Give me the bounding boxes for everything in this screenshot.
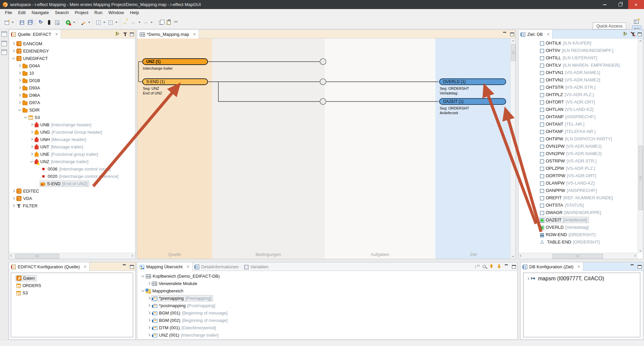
scroll-right-icon[interactable] [130,253,135,258]
outline-view-icon[interactable] [1,50,7,55]
close-tab-icon[interactable]: × [193,32,196,37]
minimize-window-button[interactable] [597,0,612,9]
condition-port[interactable] [320,79,326,85]
config-item-s3[interactable]: S3 [11,289,133,296]
tree-item-row-end[interactable]: ROW-END[ORDERSHT] [519,231,638,238]
config-item-orders[interactable]: ORDERS [11,282,133,289]
tree-item-edienergy[interactable]: EDIENERGY [9,47,135,55]
tree-item-ohtplz[interactable]: OHTPLZ[VS-ADR.PLZ.] [519,91,638,98]
expand-chevron[interactable] [29,137,34,142]
tree-item-unh[interactable]: UNH[Message header] [9,136,135,143]
maximize-view-icon[interactable] [130,265,134,269]
tree-item-oazeit[interactable]: OAZEIT[Anlieferzeit] [519,216,638,223]
dropdown-caret-icon[interactable] [88,22,90,23]
save-button[interactable] [18,18,26,26]
dropdown-caret-icon[interactable] [139,22,141,23]
expand-chevron[interactable] [141,288,145,293]
expand-chevron[interactable] [17,78,22,83]
tree-item-d01b[interactable]: D01B [9,77,135,84]
tree-item-d97a[interactable]: D97A [9,99,135,106]
back-button[interactable] [129,18,138,26]
tree-item-oortpw[interactable]: OORTPW[VS-ADR.ORT] [519,172,638,179]
paste-button[interactable] [165,18,173,26]
target-tree-hscrollbar[interactable] [519,253,638,259]
tree-item-ovn1pw[interactable]: OVN1PW[VS-ADR.NAME1] [519,142,638,150]
expand-chevron[interactable] [11,49,16,53]
scroll-up-icon[interactable] [511,39,516,44]
editor-vscrollbar[interactable] [510,39,516,259]
tree-item-ohtant[interactable]: OHTANT[TEL-NR.] [519,120,638,128]
mapping-node-overld-1-[interactable]: OVERLD (1) [439,78,506,85]
scroll-left-icon[interactable] [9,253,14,258]
expand-all-icon[interactable] [496,264,502,269]
mapping-node-unz-1-[interactable]: UNZ (1) [142,58,208,65]
tree-item-overld[interactable]: OVERLD[Verladetag] [519,223,638,231]
expand-chevron[interactable] [11,196,16,201]
expand-chevron[interactable] [147,281,151,286]
scroll-right-icon[interactable] [633,253,638,258]
tree-item-table-end[interactable]: TABLE-END[ORDERSHT] [519,238,638,246]
maximize-view-icon[interactable] [130,32,134,36]
tree-item-unz-001-[interactable]: UNZ (001)[Interchange trailer] [137,331,517,338]
tree-item-vda[interactable]: VDA [9,195,135,202]
link-with-editor-icon[interactable] [115,31,120,37]
scroll-up-icon[interactable] [638,39,643,44]
tree-item-kopfbereich-demo-edifact-db-[interactable]: Kopfbereich (Demo_EDIFACT-DB) [137,272,517,280]
expand-chevron[interactable] [17,63,22,68]
condition-port[interactable] [320,98,326,105]
expand-chevron[interactable] [147,318,151,323]
tree-item-0036[interactable]: 0036[Interchange control count] [9,165,135,172]
maximize-view-icon[interactable] [512,265,516,269]
menu-navigate[interactable]: Navigate [29,9,52,16]
save-config-button[interactable] [53,18,61,26]
tab-quelle-edifact[interactable]: Quelle: EDIFACT × [9,30,61,39]
expand-chevron[interactable] [147,310,151,315]
menu-project[interactable]: Project [72,9,91,16]
menu-search[interactable]: Search [52,9,72,16]
expand-chevron[interactable] [147,296,151,300]
tree-item-mappingbereich[interactable]: Mappingbereich [137,287,517,294]
expand-chevron[interactable] [11,189,16,193]
tree-item-ohtort[interactable]: OHTORT[VS-ADR.ORT] [519,98,638,106]
expand-chevron[interactable] [11,41,16,46]
tree-item-filter[interactable]: FILTER [9,202,135,209]
condition-port[interactable] [320,59,326,65]
last-edit-button[interactable] [121,18,129,26]
close-tab-icon[interactable]: × [55,32,58,37]
tree-item-d96a[interactable]: D96A [9,91,135,99]
tree-item--postmapping[interactable]: *postmapping[Postmapping] [137,302,517,309]
tree-item-unedifact[interactable]: UNEDIFACT [9,55,135,62]
tree-item-0020[interactable]: 0020[Interchange control reference] [9,172,135,180]
pencil-button[interactable] [79,18,87,26]
minimize-view-icon[interactable] [630,264,635,269]
tree-item-ohtilv[interactable]: OHTILV[ILN WAREN- EMPFÄNGER] [519,61,638,69]
restore-window-button[interactable] [612,0,628,9]
expand-chevron[interactable] [147,303,151,308]
tab-variablen[interactable]: Variablen [241,262,271,271]
tab-mapping-bersicht[interactable]: Mapping Übersicht× [137,262,193,271]
scroll-left-icon[interactable] [519,253,524,258]
expand-chevron[interactable] [17,85,22,90]
sort-icon[interactable] [474,264,480,269]
dropdown-caret-icon[interactable] [12,22,14,23]
expand-chevron[interactable] [29,159,34,164]
forward-button[interactable] [142,18,150,26]
tree-item-oanppw[interactable]: OANPPW[ANSPRECHP.] [519,187,638,194]
expand-chevron[interactable] [29,122,34,127]
close-tab-icon[interactable]: × [578,264,580,269]
copy-button[interactable] [157,18,165,26]
tree-item-d04a[interactable]: D04A [9,62,135,69]
tree-item-d93a[interactable]: D93A [9,84,135,91]
expand-chevron[interactable] [11,203,16,208]
tree-item-unz[interactable]: UNZ[Interchange trailer] [9,158,135,165]
tree-item-ohtstr[interactable]: OHTSTR[VS-ADR.STR.] [519,83,638,91]
filter-off-icon[interactable] [631,32,635,37]
tree-item-ohtiiv[interactable]: OHTIIV[ILN RECHNUNGSEMPF.] [519,47,638,54]
expand-chevron[interactable] [29,130,34,134]
open-perspective-perspective-button[interactable] [632,17,641,25]
tree-item-ohtilk[interactable]: OHTILK[ILN KÄUFER] [519,39,638,47]
close-window-button[interactable]: × [628,0,644,9]
quick-access-box[interactable]: Quick Access [593,22,626,29]
mapping-node-oazeit-1-[interactable]: OAZEIT (1) [439,98,506,105]
tree-item-ostrpw[interactable]: OSTRPW[VS-ADR.STR.] [519,157,638,164]
